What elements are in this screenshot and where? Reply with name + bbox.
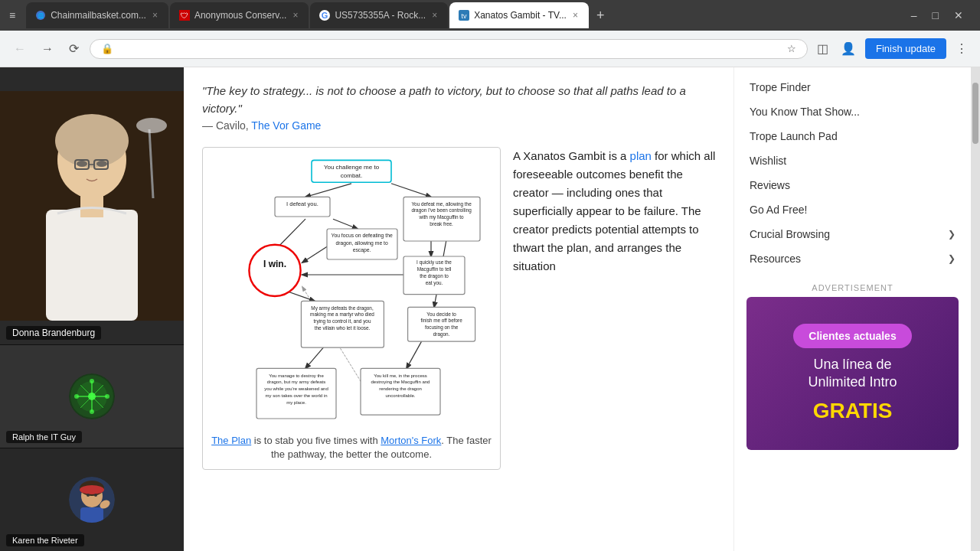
- sidebar-item-4[interactable]: Reviews: [746, 173, 959, 197]
- tab-bar: ≡ 🌐Chainmailbasket.com...×🛡Anonymous Con…: [0, 0, 980, 31]
- svg-text:my place.: my place.: [286, 399, 306, 404]
- svg-text:destroying the Macguffin and: destroying the Macguffin and: [371, 380, 430, 384]
- svg-text:Macguffin to tell: Macguffin to tell: [417, 266, 452, 272]
- extensions-button[interactable]: ◫: [814, 38, 831, 59]
- tab-tab1[interactable]: 🌐Chainmailbasket.com...×: [26, 2, 168, 28]
- svg-text:making me a martyr who died: making me a martyr who died: [310, 311, 374, 318]
- svg-text:You manage to destroy the: You manage to destroy the: [269, 373, 324, 377]
- svg-text:G: G: [322, 11, 328, 20]
- url-input[interactable]: tvtropes.org/pmwiki/pmwiki.php/Main/Xana…: [118, 43, 782, 55]
- svg-text:dragon, but my army defeats: dragon, but my army defeats: [267, 380, 325, 384]
- sidebar-item-3[interactable]: Wishlist: [746, 148, 959, 173]
- tab-favicon-tab2: 🛡: [179, 10, 190, 21]
- svg-text:You defeat me, allowing the: You defeat me, allowing the: [411, 201, 472, 207]
- svg-point-29: [74, 394, 79, 399]
- sidebar-item-label-3: Wishlist: [750, 155, 786, 167]
- svg-line-42: [391, 183, 431, 197]
- sidebar-navigation: Trope FinderYou Know That Show...Trope L…: [733, 67, 971, 551]
- article-quote: "The key to strategy... is not to choose…: [202, 83, 718, 135]
- svg-text:I defeat you.: I defeat you.: [286, 200, 318, 207]
- tab-title-tab4: Xanatos Gambit - TV...: [474, 10, 567, 21]
- thumb-avatar-1: [69, 373, 115, 419]
- tab-close-tab3[interactable]: ×: [430, 8, 439, 22]
- scrollbar-thumb[interactable]: [972, 83, 978, 144]
- svg-line-44: [333, 219, 358, 229]
- tab-tab4[interactable]: tvXanatos Gambit - TV...×: [449, 2, 589, 28]
- tab-close-tab4[interactable]: ×: [571, 8, 580, 22]
- svg-line-45: [302, 244, 330, 262]
- article-text-col: A Xanatos Gambit is a plan for which all…: [513, 147, 718, 276]
- svg-text:I quickly use the: I quickly use the: [416, 259, 452, 266]
- back-button[interactable]: ←: [9, 39, 31, 59]
- scrollbar-rail[interactable]: [971, 67, 980, 551]
- ad-tagline-big: GRATIS: [813, 399, 893, 423]
- svg-point-20: [136, 118, 167, 133]
- primary-video-feed: [0, 67, 184, 344]
- svg-rect-39: [80, 507, 103, 523]
- forward-button[interactable]: →: [37, 39, 58, 59]
- svg-text:combat.: combat.: [341, 171, 362, 178]
- ad-cta-button[interactable]: Clientes actuales: [793, 324, 911, 348]
- browser-menu-icon[interactable]: ≡: [6, 8, 18, 23]
- svg-text:I win.: I win.: [263, 259, 286, 269]
- sidebar-item-label-4: Reviews: [750, 179, 790, 191]
- svg-line-51: [407, 341, 422, 368]
- star-icon[interactable]: ☆: [787, 43, 796, 54]
- maximize-button[interactable]: □: [928, 8, 943, 23]
- svg-text:You kill me, in the process: You kill me, in the process: [374, 373, 426, 377]
- svg-text:finish me off before: finish me off before: [420, 318, 462, 323]
- sidebar-item-1[interactable]: You Know That Show...: [746, 99, 959, 124]
- reload-button[interactable]: ⟳: [64, 38, 83, 59]
- svg-point-31: [90, 379, 94, 383]
- plan-link[interactable]: plan: [630, 149, 652, 162]
- sidebar-item-5[interactable]: Go Ad Free!: [746, 197, 959, 222]
- tab-title-tab3: US5735355A - Rock...: [335, 10, 426, 21]
- sidebar-item-label-7: Resources: [750, 253, 801, 265]
- svg-point-37: [87, 494, 90, 497]
- svg-text:uncontrollable.: uncontrollable.: [385, 393, 415, 398]
- ad-banner[interactable]: Clientes actuales Una línea deUnlimited …: [746, 297, 959, 450]
- close-button[interactable]: ✕: [949, 8, 968, 23]
- svg-text:You focus on defeating the: You focus on defeating the: [331, 233, 392, 239]
- minimize-button[interactable]: –: [906, 8, 922, 23]
- svg-point-62: [249, 244, 300, 295]
- quote-link[interactable]: The Vor Game: [251, 119, 321, 132]
- svg-text:the dragon to: the dragon to: [420, 273, 449, 279]
- the-plan-link[interactable]: The Plan: [211, 435, 251, 446]
- finish-update-button[interactable]: Finish update: [865, 38, 946, 59]
- profile-button[interactable]: 👤: [838, 38, 859, 59]
- sidebar-item-label-0: Trope Finder: [750, 81, 811, 93]
- xanatos-diagram: You challenge me to combat. I defeat you…: [202, 147, 501, 470]
- diagram-caption: The Plan is to stab you five times with …: [211, 434, 492, 461]
- tab-tab3[interactable]: GUS5735355A - Rock...×: [310, 2, 448, 28]
- article-content: "The key to strategy... is not to choose…: [184, 67, 733, 551]
- chevron-icon-6: ❯: [948, 229, 956, 240]
- advertisement-section: ADVERTISEMENT Clientes actuales Una líne…: [746, 283, 959, 450]
- toolbar: ← → ⟳ 🔒 tvtropes.org/pmwiki/pmwiki.php/M…: [0, 31, 980, 67]
- new-tab-button[interactable]: +: [590, 5, 611, 27]
- address-bar[interactable]: 🔒 tvtropes.org/pmwiki/pmwiki.php/Main/Xa…: [90, 39, 808, 59]
- svg-text:dragon, allowing me to: dragon, allowing me to: [335, 240, 388, 246]
- tab-tab2[interactable]: 🛡Anonymous Conserv...×: [170, 2, 309, 28]
- primary-video: Donna Brandenburg: [0, 67, 184, 344]
- tab-close-tab2[interactable]: ×: [291, 8, 299, 22]
- svg-point-15: [96, 161, 107, 167]
- svg-text:My army defeats the dragon,: My army defeats the dragon,: [311, 305, 374, 311]
- sidebar-item-6[interactable]: Crucial Browsing❯: [746, 222, 959, 246]
- more-options-button[interactable]: ⋮: [952, 38, 971, 59]
- svg-text:break free.: break free.: [430, 221, 453, 227]
- video-panel: Donna Brandenburg: [0, 67, 184, 551]
- ad-label: ADVERTISEMENT: [746, 283, 959, 292]
- article-body: A Xanatos Gambit is a plan for which all…: [513, 147, 718, 276]
- sidebar-item-0[interactable]: Trope Finder: [746, 75, 959, 99]
- sidebar-item-7[interactable]: Resources❯: [746, 246, 959, 271]
- tab-bar-controls: ≡: [6, 8, 18, 23]
- tab-close-tab1[interactable]: ×: [151, 8, 159, 22]
- window-controls: – □ ✕: [900, 8, 974, 23]
- mortons-fork-link[interactable]: Morton's Fork: [381, 435, 441, 446]
- sidebar-item-2[interactable]: Trope Launch Pad: [746, 124, 959, 148]
- primary-video-label: Donna Brandenburg: [6, 326, 101, 340]
- svg-rect-12: [46, 210, 138, 321]
- svg-text:with my Macguffin to: with my Macguffin to: [419, 214, 465, 220]
- thumb-label-2: Karen the Riveter: [6, 534, 84, 546]
